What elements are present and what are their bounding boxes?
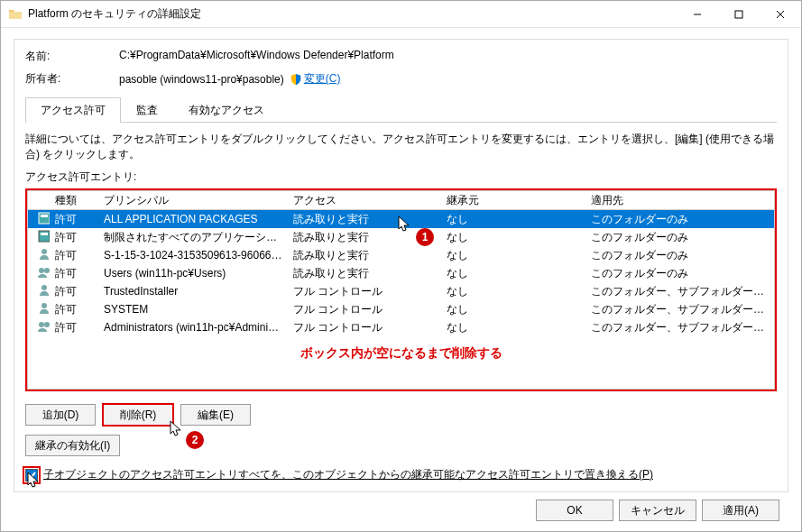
- cell-applies: このフォルダー、サブフォルダーおよびファイル: [585, 282, 774, 301]
- cell-principal: TrustedInstaller: [98, 283, 288, 299]
- replace-child-label: 子オブジェクトのアクセス許可エントリすべてを、このオブジェクトからの継承可能なア…: [43, 467, 653, 482]
- minimize-button[interactable]: [677, 1, 718, 28]
- table-row[interactable]: 許可Administrators (win11h-pc¥Adminis...フル…: [28, 318, 774, 336]
- svg-rect-2: [41, 215, 48, 217]
- col-principal[interactable]: プリンシパル: [98, 191, 288, 210]
- maximize-button[interactable]: [718, 1, 760, 28]
- cell-type: 許可: [50, 282, 98, 301]
- replace-child-checkbox[interactable]: [25, 469, 38, 482]
- cell-type: 許可: [50, 210, 98, 229]
- entries-label: アクセス許可エントリ:: [25, 170, 777, 185]
- window-title: Platform のセキュリティの詳細設定: [28, 6, 677, 22]
- table-row[interactable]: 許可SYSTEMフル コントロールなしこのフォルダー、サブフォルダーおよびファイ…: [28, 300, 774, 318]
- table-row[interactable]: 許可TrustedInstallerフル コントロールなしこのフォルダー、サブフ…: [28, 282, 774, 300]
- tab-permissions[interactable]: アクセス許可: [25, 97, 121, 123]
- folder-icon: [8, 7, 23, 22]
- cell-inherited: なし: [441, 210, 585, 229]
- inner-panel: 名前: C:¥ProgramData¥Microsoft¥Windows Def…: [14, 39, 788, 492]
- apply-button[interactable]: 適用(A): [702, 500, 779, 521]
- table-row[interactable]: 許可ALL APPLICATION PACKAGES読み取りと実行なしこのフォル…: [28, 210, 774, 228]
- cancel-button[interactable]: キャンセル: [619, 500, 696, 521]
- cell-inherited: なし: [441, 282, 585, 301]
- cell-access: 読み取りと実行: [288, 228, 441, 247]
- inherit-row: 継承の有効化(I): [25, 435, 777, 456]
- tab-effective-access[interactable]: 有効なアクセス: [173, 97, 280, 123]
- cell-inherited: なし: [441, 300, 585, 319]
- cell-principal: ALL APPLICATION PACKAGES: [98, 211, 288, 227]
- description-text: 詳細については、アクセス許可エントリをダブルクリックしてください。アクセス許可エ…: [25, 132, 777, 162]
- cell-type: 許可: [50, 228, 98, 247]
- table-row[interactable]: 許可制限されたすべてのアプリケーション パッケ...読み取りと実行なしこのフォル…: [28, 228, 774, 246]
- cell-applies: このフォルダーのみ: [585, 228, 774, 247]
- cell-applies: このフォルダーのみ: [585, 246, 774, 265]
- cell-applies: このフォルダーのみ: [585, 210, 774, 229]
- tab-auditing[interactable]: 監査: [121, 97, 173, 123]
- table-header: 種類 プリンシパル アクセス 継承元 適用先: [27, 190, 775, 210]
- cell-access: フル コントロール: [288, 282, 441, 301]
- button-row: 追加(D) 削除(R) 編集(E) 2: [25, 404, 777, 426]
- security-settings-window: Platform のセキュリティの詳細設定 名前: C:¥ProgramData…: [0, 0, 802, 532]
- svg-rect-1: [39, 213, 50, 224]
- col-access[interactable]: アクセス: [288, 191, 441, 210]
- col-icon: [28, 198, 50, 202]
- cell-type: 許可: [50, 318, 98, 337]
- name-row: 名前: C:¥ProgramData¥Microsoft¥Windows Def…: [25, 49, 777, 64]
- cell-principal: Users (win11h-pc¥Users): [98, 265, 288, 281]
- cell-applies: このフォルダー、サブフォルダーおよびファイル: [585, 300, 774, 319]
- add-button[interactable]: 追加(D): [25, 404, 96, 426]
- col-applies[interactable]: 適用先: [585, 191, 774, 210]
- svg-point-6: [39, 268, 44, 273]
- cell-access: 読み取りと実行: [288, 264, 441, 283]
- cell-type: 許可: [50, 246, 98, 265]
- cell-access: 読み取りと実行: [288, 210, 441, 229]
- principal-icon: [28, 317, 50, 338]
- close-button[interactable]: [760, 1, 801, 28]
- titlebar: Platform のセキュリティの詳細設定: [1, 1, 801, 28]
- cell-access: フル コントロール: [288, 318, 441, 337]
- replace-checkbox-row: 子オブジェクトのアクセス許可エントリすべてを、このオブジェクトからの継承可能なア…: [25, 467, 777, 482]
- svg-rect-4: [41, 233, 48, 235]
- cell-inherited: なし: [441, 318, 585, 337]
- cell-inherited: なし: [441, 228, 585, 247]
- cell-inherited: なし: [441, 264, 585, 283]
- cell-applies: このフォルダーのみ: [585, 264, 774, 283]
- svg-point-10: [39, 322, 44, 327]
- svg-point-5: [41, 249, 47, 254]
- cell-applies: このフォルダー、サブフォルダーおよびファイル: [585, 318, 774, 337]
- svg-point-9: [41, 303, 47, 308]
- svg-point-8: [41, 285, 47, 290]
- col-type[interactable]: 種類: [50, 191, 98, 210]
- cell-principal: Administrators (win11h-pc¥Adminis...: [98, 319, 288, 335]
- name-value: C:¥ProgramData¥Microsoft¥Windows Defende…: [119, 49, 394, 64]
- table-body[interactable]: 許可ALL APPLICATION PACKAGES読み取りと実行なしこのフォル…: [27, 210, 775, 336]
- edit-button[interactable]: 編集(E): [180, 404, 251, 426]
- cell-principal: SYSTEM: [98, 301, 288, 317]
- cell-principal: 制限されたすべてのアプリケーション パッケ...: [98, 228, 288, 247]
- cell-access: 読み取りと実行: [288, 246, 441, 265]
- remove-button[interactable]: 削除(R): [103, 404, 173, 426]
- owner-value: pasoble (windows11-pro¥pasoble): [119, 73, 284, 86]
- cell-type: 許可: [50, 300, 98, 319]
- owner-row: 所有者: pasoble (windows11-pro¥pasoble) 変更(…: [25, 71, 777, 87]
- table-row[interactable]: 許可Users (win11h-pc¥Users)読み取りと実行なしこのフォルダ…: [28, 264, 774, 282]
- entries-highlight-box: 種類 プリンシパル アクセス 継承元 適用先 許可ALL APPLICATION…: [25, 188, 777, 391]
- enable-inheritance-button[interactable]: 継承の有効化(I): [25, 435, 120, 456]
- owner-label: 所有者:: [25, 71, 119, 87]
- table-row[interactable]: 許可S-1-15-3-1024-3153509613-9606667...読み取…: [28, 246, 774, 264]
- dialog-footer: OK キャンセル 適用(A): [14, 492, 788, 528]
- change-owner-link[interactable]: 変更(C): [304, 71, 341, 87]
- col-inherited[interactable]: 継承元: [441, 191, 585, 210]
- annotation-delete-note: ボックス内が空になるまで削除する: [27, 336, 775, 390]
- ok-button[interactable]: OK: [536, 500, 613, 521]
- cell-inherited: なし: [441, 246, 585, 265]
- cell-access: フル コントロール: [288, 300, 441, 319]
- shield-icon: [290, 73, 302, 86]
- cell-type: 許可: [50, 264, 98, 283]
- tab-bar: アクセス許可 監査 有効なアクセス: [25, 97, 777, 123]
- content-area: 名前: C:¥ProgramData¥Microsoft¥Windows Def…: [1, 28, 801, 532]
- cell-principal: S-1-15-3-1024-3153509613-9606667...: [98, 247, 288, 263]
- svg-rect-0: [735, 11, 742, 18]
- svg-rect-3: [39, 231, 50, 242]
- name-label: 名前:: [25, 49, 119, 64]
